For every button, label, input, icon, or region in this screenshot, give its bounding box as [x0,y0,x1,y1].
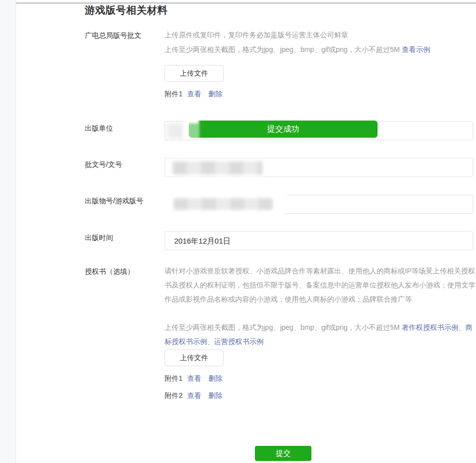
attachment-name: 附件2 [165,391,183,399]
view-example-link[interactable]: 查看示例 [402,45,430,53]
authorization-attachment-row-2: 附件2查看删除 [165,391,223,400]
attachment-name: 附件1 [165,374,183,382]
license-approval-label: 广电总局版号批文 [85,31,162,40]
publish-date-input[interactable]: 2016年12月01日 [165,231,473,250]
submit-button[interactable]: 提交 [255,446,311,461]
publisher-redaction [167,123,184,139]
approval-number-label: 批文号/文号 [85,160,162,169]
license-attachment-row: 附件1查看删除 [165,90,223,99]
license-upload-button[interactable]: 上传文件 [165,65,224,82]
authorization-desc2: 上传至少两张相关截图，格式为jpg、jpeg、bmp、gif或png，大小不超过… [165,320,476,349]
attachment-view-link[interactable]: 查看 [187,391,201,399]
license-desc-line2: 上传至少两张相关截图，格式为jpg、jpeg、bmp、gif或png，大小不超过… [165,42,476,57]
publication-number-label: 出版物号/游戏版号 [85,197,162,206]
operation-auth-example-link[interactable]: 运营授权书示例 [214,337,263,345]
page-title: 游戏版号相关材料 [85,4,168,17]
attachment-delete-link[interactable]: 删除 [208,391,223,399]
authorization-label: 授权书（选填） [85,267,162,276]
authorization-attachment-row-1: 附件1查看删除 [165,374,223,383]
publish-date-value: 2016年12月01日 [165,231,472,250]
license-desc-line1: 上传原件或复印件，复印件务必加盖版号运营主体公司鲜章 [165,28,476,42]
attachment-delete-link[interactable]: 删除 [208,374,223,382]
toast-smudge [183,123,199,139]
publish-date-label: 出版时间 [85,234,162,243]
left-rail [0,0,16,463]
attachment-name: 附件1 [165,90,183,98]
publication-number-redaction [174,198,273,210]
toast-smudge-top [185,119,199,124]
approval-number-redaction [173,161,262,175]
game-license-form-page: 游戏版号相关材料 广电总局版号批文 上传原件或复印件，复印件务必加盖版号运营主体… [0,0,476,463]
copyright-auth-example-link[interactable]: 著作权授权书示例 [402,323,458,331]
license-approval-desc: 上传原件或复印件，复印件务必加盖版号运营主体公司鲜章 上传至少两张相关截图，格式… [165,28,476,57]
authorization-upload-button[interactable]: 上传文件 [165,350,224,366]
success-toast: 提交成功 [189,121,378,138]
attachment-view-link[interactable]: 查看 [187,374,201,382]
attachment-delete-link[interactable]: 删除 [208,90,223,98]
publisher-label: 出版单位 [85,124,162,133]
authorization-desc1: 请针对小游戏资质软著授权、小游戏品牌合作等素材露出、使用他人的商标或IP等场景上… [165,264,476,306]
attachment-view-link[interactable]: 查看 [187,90,201,98]
